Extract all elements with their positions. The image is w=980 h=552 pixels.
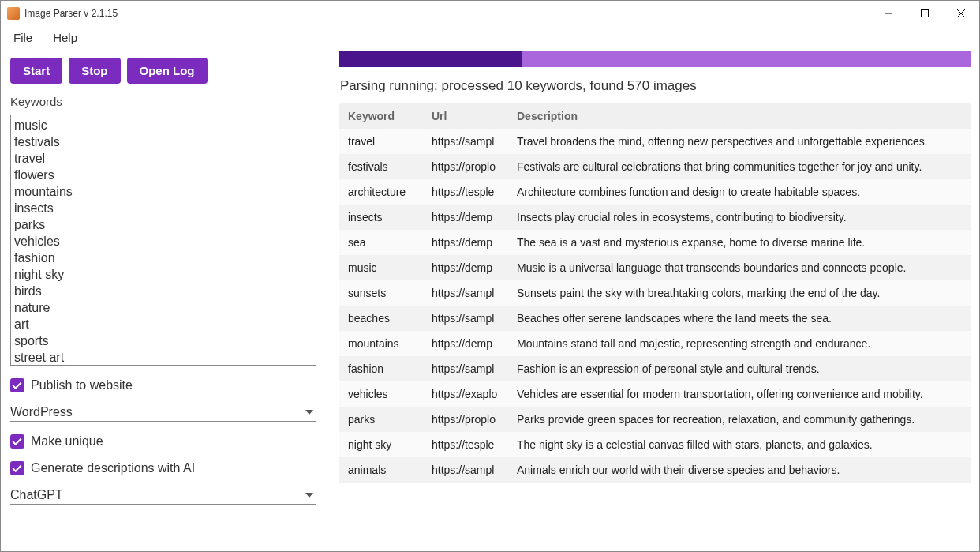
cell-url: https://sampl bbox=[432, 312, 517, 325]
cell-keyword: night sky bbox=[348, 438, 432, 451]
cell-keyword: festivals bbox=[348, 160, 432, 173]
progress-bar bbox=[339, 51, 971, 67]
generate-ai-checkbox[interactable] bbox=[10, 461, 24, 475]
titlebar: Image Parser v 2.1.15 bbox=[1, 1, 979, 26]
menu-file[interactable]: File bbox=[13, 31, 32, 44]
cell-description: Insects play crucial roles in ecosystems… bbox=[517, 211, 962, 223]
svg-rect-1 bbox=[922, 10, 929, 17]
wordpress-value: WordPress bbox=[10, 405, 73, 419]
menubar: File Help bbox=[1, 26, 979, 48]
cell-url: https://sampl bbox=[432, 362, 517, 375]
publish-checkbox[interactable] bbox=[10, 378, 24, 392]
table-row[interactable]: beacheshttps://samplBeaches offer serene… bbox=[339, 306, 971, 331]
cell-description: Sunsets paint the sky with breathtaking … bbox=[517, 287, 962, 299]
publish-label: Publish to website bbox=[31, 378, 133, 392]
cell-url: https://tesple bbox=[432, 438, 517, 451]
cell-description: Animals enrich our world with their dive… bbox=[517, 464, 962, 476]
results-table: Keyword Url Description travelhttps://sa… bbox=[339, 103, 971, 551]
table-row[interactable]: architecturehttps://tespleArchitecture c… bbox=[339, 179, 971, 205]
chatgpt-select[interactable]: ChatGPT bbox=[10, 485, 316, 505]
cell-url: https://tesple bbox=[432, 186, 517, 198]
chatgpt-value: ChatGPT bbox=[10, 488, 63, 502]
keywords-textarea[interactable]: music festivals travel flowers mountains… bbox=[10, 115, 316, 366]
menu-help[interactable]: Help bbox=[53, 31, 77, 44]
table-row[interactable]: night skyhttps://tespleThe night sky is … bbox=[339, 432, 971, 457]
keywords-label: Keywords bbox=[10, 95, 316, 108]
open-log-button[interactable]: Open Log bbox=[127, 58, 208, 84]
unique-label: Make unique bbox=[31, 434, 103, 449]
cell-description: Vehicles are essential for modern transp… bbox=[517, 388, 962, 400]
cell-description: Travel broadens the mind, offering new p… bbox=[517, 135, 962, 148]
table-row[interactable]: parkshttps://proploParks provide green s… bbox=[339, 407, 971, 432]
cell-description: Architecture combines function and desig… bbox=[517, 186, 962, 198]
window-title: Image Parser v 2.1.15 bbox=[24, 8, 870, 19]
table-header: Keyword Url Description bbox=[339, 103, 971, 129]
cell-description: The night sky is a celestial canvas fill… bbox=[517, 438, 962, 451]
table-row[interactable]: vehicleshttps://exaploVehicles are essen… bbox=[339, 381, 971, 407]
cell-keyword: beaches bbox=[348, 312, 432, 325]
table-row[interactable]: fashionhttps://samplFashion is an expres… bbox=[339, 356, 971, 381]
table-row[interactable]: festivalshttps://proploFestivals are cul… bbox=[339, 154, 971, 179]
cell-keyword: sunsets bbox=[348, 287, 432, 299]
cell-description: Fashion is an expression of personal sty… bbox=[517, 362, 962, 375]
cell-url: https://proplo bbox=[432, 160, 517, 173]
table-row[interactable]: travelhttps://samplTravel broadens the m… bbox=[339, 129, 971, 154]
cell-keyword: parks bbox=[348, 413, 432, 426]
cell-description: Beaches offer serene landscapes where th… bbox=[517, 312, 962, 325]
close-button[interactable] bbox=[943, 1, 979, 26]
cell-url: https://sampl bbox=[432, 464, 517, 476]
cell-keyword: animals bbox=[348, 464, 432, 476]
status-text: Parsing running: processed 10 keywords, … bbox=[340, 78, 971, 94]
maximize-button[interactable] bbox=[907, 1, 943, 26]
cell-keyword: insects bbox=[348, 211, 432, 223]
table-row[interactable]: seahttps://dempThe sea is a vast and mys… bbox=[339, 230, 971, 255]
stop-button[interactable]: Stop bbox=[69, 58, 120, 84]
cell-description: Festivals are cultural celebrations that… bbox=[517, 160, 962, 173]
cell-keyword: music bbox=[348, 261, 432, 274]
col-keyword: Keyword bbox=[348, 110, 432, 122]
cell-url: https://sampl bbox=[432, 135, 517, 148]
cell-keyword: sea bbox=[348, 236, 432, 249]
minimize-button[interactable] bbox=[870, 1, 907, 26]
col-url: Url bbox=[432, 110, 517, 122]
chevron-down-icon bbox=[305, 493, 313, 498]
cell-url: https://demp bbox=[432, 261, 517, 274]
table-row[interactable]: sunsetshttps://samplSunsets paint the sk… bbox=[339, 280, 971, 306]
right-panel: Parsing running: processed 10 keywords, … bbox=[326, 48, 979, 551]
cell-keyword: architecture bbox=[348, 186, 432, 198]
cell-description: The sea is a vast and mysterious expanse… bbox=[517, 236, 962, 249]
cell-url: https://exaplo bbox=[432, 388, 517, 400]
cell-url: https://demp bbox=[432, 337, 517, 350]
cell-url: https://proplo bbox=[432, 413, 517, 426]
start-button[interactable]: Start bbox=[10, 58, 62, 84]
cell-url: https://sampl bbox=[432, 287, 517, 299]
cell-keyword: vehicles bbox=[348, 388, 432, 400]
cell-keyword: fashion bbox=[348, 362, 432, 375]
app-icon bbox=[7, 7, 20, 20]
generate-ai-label: Generate descriptions with AI bbox=[31, 461, 195, 475]
cell-keyword: travel bbox=[348, 135, 432, 148]
cell-keyword: mountains bbox=[348, 337, 432, 350]
table-row[interactable]: animalshttps://samplAnimals enrich our w… bbox=[339, 457, 971, 483]
cell-description: Parks provide green spaces for recreatio… bbox=[517, 413, 962, 426]
progress-fill bbox=[339, 51, 522, 67]
cell-url: https://demp bbox=[432, 236, 517, 249]
left-panel: Start Stop Open Log Keywords music festi… bbox=[1, 48, 326, 551]
table-row[interactable]: insectshttps://dempInsects play crucial … bbox=[339, 205, 971, 230]
col-description: Description bbox=[517, 110, 962, 122]
table-row[interactable]: musichttps://dempMusic is a universal la… bbox=[339, 255, 971, 280]
wordpress-select[interactable]: WordPress bbox=[10, 402, 316, 422]
cell-description: Mountains stand tall and majestic, repre… bbox=[517, 337, 962, 350]
unique-checkbox[interactable] bbox=[10, 434, 24, 449]
table-row[interactable]: mountainshttps://dempMountains stand tal… bbox=[339, 331, 971, 356]
chevron-down-icon bbox=[305, 410, 313, 415]
cell-description: Music is a universal language that trans… bbox=[517, 261, 962, 274]
cell-url: https://demp bbox=[432, 211, 517, 223]
